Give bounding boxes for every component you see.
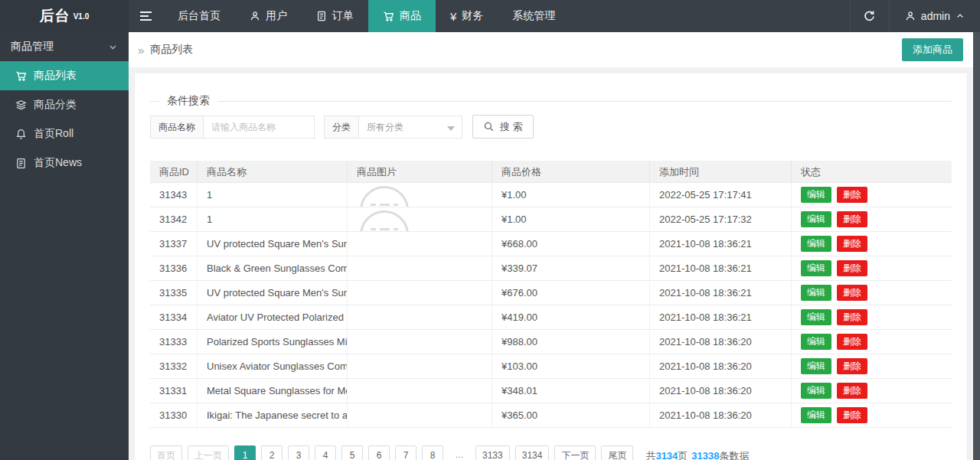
sidebar-item-label: 首页Roll bbox=[34, 127, 74, 141]
page-last[interactable]: 尾页 bbox=[601, 445, 633, 460]
sidebar-item-home-news[interactable]: 首页News bbox=[0, 148, 129, 178]
table-row: 31337UV protected Square Men's Sungl...¥… bbox=[150, 232, 952, 256]
table-row: 31330Ikigai: The Japanese secret to a lo… bbox=[150, 403, 952, 428]
page-2[interactable]: 2 bbox=[261, 445, 283, 460]
nav-item-home[interactable]: 后台首页 bbox=[163, 0, 235, 32]
page-3[interactable]: 3 bbox=[288, 445, 309, 460]
nav-item-label: 用户 bbox=[266, 9, 287, 23]
edit-button[interactable]: 编辑 bbox=[801, 334, 831, 350]
page-prev[interactable]: 上一页 bbox=[188, 445, 229, 460]
edit-button[interactable]: 编辑 bbox=[801, 187, 831, 203]
sidebar-item-label: 商品列表 bbox=[34, 69, 77, 83]
top-bar: 后台V1.0 后台首页 用户 订单 商品 ¥ 财务 系统管理 bbox=[0, 0, 980, 32]
nav-item-label: 商品 bbox=[400, 9, 421, 23]
page-5[interactable]: 5 bbox=[341, 445, 363, 460]
cell-actions: 编辑删除 bbox=[792, 183, 952, 207]
cell-actions: 编辑删除 bbox=[792, 379, 952, 403]
table-row: 31334Aviator UV Protected Polarized Bl..… bbox=[150, 305, 952, 330]
delete-button[interactable]: 删除 bbox=[837, 236, 867, 252]
user-icon bbox=[905, 11, 916, 21]
delete-button[interactable]: 删除 bbox=[837, 187, 867, 203]
nav-item-system[interactable]: 系统管理 bbox=[498, 0, 570, 32]
category-select[interactable]: 所有分类 bbox=[358, 116, 462, 139]
col-added-time: 添加时间 bbox=[650, 161, 792, 182]
pagination-summary: 共3134页31338条数据 bbox=[645, 449, 749, 460]
delete-button[interactable]: 删除 bbox=[837, 383, 867, 399]
nav-item-orders[interactable]: 订单 bbox=[302, 0, 368, 32]
cell-added-time: 2021-10-08 18:36:21 bbox=[650, 232, 792, 256]
cell-product-price: ¥348.01 bbox=[492, 379, 650, 403]
table-row: 31331Metal Square Sunglasses for Men...¥… bbox=[150, 379, 952, 403]
refresh-button[interactable] bbox=[850, 0, 890, 32]
edit-button[interactable]: 编辑 bbox=[801, 285, 831, 301]
cell-product-id: 31330 bbox=[150, 403, 198, 427]
delete-button[interactable]: 删除 bbox=[837, 358, 867, 374]
page-ellipsis: ... bbox=[449, 445, 470, 460]
content-area: 条件搜索 商品名称 分类 所有分类 搜 索 bbox=[129, 67, 980, 460]
cell-product-image bbox=[348, 354, 492, 378]
page-4[interactable]: 4 bbox=[315, 445, 336, 460]
vertical-scrollbar[interactable] bbox=[973, 32, 980, 460]
nav-item-users[interactable]: 用户 bbox=[235, 0, 302, 32]
cell-product-id: 31335 bbox=[150, 281, 198, 305]
sidebar-item-product-categories[interactable]: 商品分类 bbox=[0, 90, 129, 119]
table-body: 313431¥1.002022-05-25 17:17:41编辑删除313421… bbox=[150, 183, 952, 428]
delete-button[interactable]: 删除 bbox=[837, 309, 867, 325]
page-8[interactable]: 8 bbox=[422, 445, 443, 460]
edit-button[interactable]: 编辑 bbox=[801, 236, 831, 252]
nav-item-finance[interactable]: ¥ 财务 bbox=[436, 0, 498, 32]
caret-down-icon bbox=[447, 126, 455, 131]
col-product-image: 商品图片 bbox=[348, 161, 492, 182]
delete-button[interactable]: 删除 bbox=[837, 211, 867, 227]
sidebar-group-products[interactable]: 商品管理 bbox=[0, 32, 129, 61]
product-name-input[interactable] bbox=[203, 116, 315, 139]
total-pages: 3134 bbox=[655, 450, 678, 460]
table-row: 313421¥1.002022-05-25 17:17:32编辑删除 bbox=[150, 207, 952, 232]
user-menu[interactable]: admin bbox=[890, 0, 980, 32]
edit-button[interactable]: 编辑 bbox=[801, 211, 831, 227]
cell-actions: 编辑删除 bbox=[792, 330, 952, 354]
cell-product-image bbox=[348, 232, 492, 256]
cell-added-time: 2021-10-08 18:36:21 bbox=[650, 281, 792, 305]
cell-product-image bbox=[348, 330, 492, 354]
user-icon bbox=[250, 11, 260, 21]
category-label: 分类 bbox=[324, 116, 359, 139]
table-row: 31333Polarized Sports Sunglasses Mirro..… bbox=[150, 330, 952, 354]
edit-button[interactable]: 编辑 bbox=[801, 407, 831, 423]
sidebar-item-label: 商品分类 bbox=[34, 98, 77, 112]
edit-button[interactable]: 编辑 bbox=[801, 309, 831, 325]
category-group: 分类 所有分类 bbox=[324, 116, 462, 139]
add-product-button[interactable]: 添加商品 bbox=[902, 38, 963, 61]
cell-added-time: 2021-10-08 18:36:21 bbox=[650, 305, 792, 329]
edit-button[interactable]: 编辑 bbox=[801, 383, 831, 399]
delete-button[interactable]: 删除 bbox=[837, 285, 867, 301]
chevron-up-icon bbox=[956, 11, 965, 21]
cell-product-image bbox=[348, 207, 492, 231]
sidebar-item-home-roll[interactable]: 首页Roll bbox=[0, 119, 129, 148]
main-area: » 商品列表 添加商品 条件搜索 商品名称 分类 所有分类 bbox=[129, 32, 980, 460]
delete-button[interactable]: 删除 bbox=[837, 334, 867, 350]
cart-icon bbox=[383, 11, 394, 22]
page-3133[interactable]: 3133 bbox=[475, 445, 510, 460]
page-3134[interactable]: 3134 bbox=[515, 445, 550, 460]
cell-actions: 编辑删除 bbox=[792, 305, 952, 329]
delete-button[interactable]: 删除 bbox=[837, 260, 867, 276]
collapse-menu-button[interactable] bbox=[129, 0, 163, 32]
table-row: 31336Black & Green Sunglasses Combo...¥3… bbox=[150, 256, 952, 281]
sidebar-item-product-list[interactable]: 商品列表 bbox=[0, 61, 129, 90]
cell-product-price: ¥988.00 bbox=[492, 330, 650, 354]
cell-product-name: UV protected Square Men's Sungl... bbox=[198, 281, 348, 305]
page-next[interactable]: 下一页 bbox=[554, 445, 596, 460]
page-6[interactable]: 6 bbox=[368, 445, 390, 460]
yen-icon: ¥ bbox=[450, 10, 456, 23]
cart-icon bbox=[15, 70, 27, 82]
page-7[interactable]: 7 bbox=[395, 445, 416, 460]
edit-button[interactable]: 编辑 bbox=[801, 260, 831, 276]
search-button[interactable]: 搜 索 bbox=[472, 115, 534, 139]
edit-button[interactable]: 编辑 bbox=[801, 358, 831, 374]
page-1[interactable]: 1 bbox=[234, 445, 256, 460]
page-first[interactable]: 首页 bbox=[150, 445, 182, 460]
nav-item-products[interactable]: 商品 bbox=[368, 0, 436, 32]
order-icon bbox=[316, 11, 327, 21]
delete-button[interactable]: 删除 bbox=[837, 407, 867, 423]
